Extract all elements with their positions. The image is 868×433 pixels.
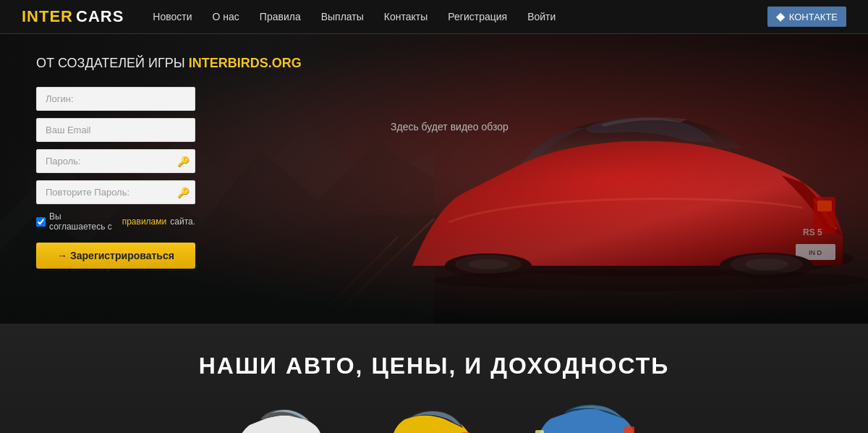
terms-suffix: сайта. <box>170 216 195 227</box>
terms-link[interactable]: правилами <box>122 216 167 227</box>
subtitle-prefix: ОТ СОЗДАТЕЛЕЙ ИГРЫ <box>36 56 189 70</box>
svg-rect-39 <box>535 430 544 433</box>
vk-button-label: КОНТАКТЕ <box>789 12 838 22</box>
nav-item-about[interactable]: О нас <box>213 11 239 22</box>
login-input[interactable] <box>36 87 195 111</box>
car-card-blue <box>528 401 644 433</box>
nav-item-payouts[interactable]: Выплаты <box>321 11 364 22</box>
subtitle-highlight: INTERBIRDS.ORG <box>189 56 302 70</box>
car-card-yellow <box>376 405 485 433</box>
car-yellow-svg <box>376 405 485 433</box>
terms-checkbox[interactable] <box>36 217 46 227</box>
password-input[interactable] <box>36 149 195 173</box>
nav-item-register[interactable]: Регистрация <box>448 11 507 22</box>
terms-row: Вы соглашаетесь с правилами сайта. <box>36 211 195 232</box>
nav-item-rules[interactable]: Правила <box>260 11 301 22</box>
car-card-white <box>224 405 333 433</box>
nav-item-contacts[interactable]: Контакты <box>384 11 427 22</box>
hero-content: ОТ СОЗДАТЕЛЕЙ ИГРЫ INTERBIRDS.ORG 🔑 🔑 Вы… <box>0 34 868 290</box>
key-icon: 🔑 <box>177 156 190 167</box>
nav-item-login[interactable]: Войти <box>527 11 556 22</box>
cars-section-title: НАШИ АВТО, ЦЕНЫ, И ДОХОДНОСТЬ <box>22 353 846 379</box>
cars-section: НАШИ АВТО, ЦЕНЫ, И ДОХОДНОСТЬ <box>0 324 868 433</box>
terms-text: Вы соглашаетесь с <box>49 211 119 232</box>
confirm-password-wrapper: 🔑 <box>36 180 195 204</box>
logo-inter: INTER <box>22 7 73 26</box>
car-blue-svg <box>528 401 644 433</box>
hero-section: IN D RS 5 ОТ СОЗДАТЕЛЕЙ ИГРЫ INTERBIRDS.… <box>0 34 868 324</box>
svg-rect-38 <box>624 426 634 433</box>
car-white-svg <box>224 405 333 433</box>
navbar: INTER CARS Новости О нас Правила Выплаты… <box>0 0 868 34</box>
email-input[interactable] <box>36 118 195 142</box>
nav-item-news[interactable]: Новости <box>153 11 192 22</box>
video-placeholder: Здесь будет видео обзор <box>391 121 509 133</box>
vk-button[interactable]: ◆ КОНТАКТЕ <box>767 7 846 27</box>
key-icon-2: 🔑 <box>177 187 190 198</box>
confirm-password-input[interactable] <box>36 180 195 204</box>
hero-subtitle: ОТ СОЗДАТЕЛЕЙ ИГРЫ INTERBIRDS.ORG <box>36 56 832 71</box>
logo-cars: CARS <box>76 7 124 26</box>
register-button[interactable]: → Зарегистрироваться <box>36 243 195 269</box>
registration-form: 🔑 🔑 Вы соглашаетесь с правилами сайта. →… <box>36 87 195 269</box>
vk-icon: ◆ <box>776 10 785 23</box>
logo: INTER CARS <box>22 7 124 26</box>
password-wrapper: 🔑 <box>36 149 195 173</box>
nav-links: Новости О нас Правила Выплаты Контакты Р… <box>153 11 767 22</box>
cars-row <box>22 401 846 433</box>
